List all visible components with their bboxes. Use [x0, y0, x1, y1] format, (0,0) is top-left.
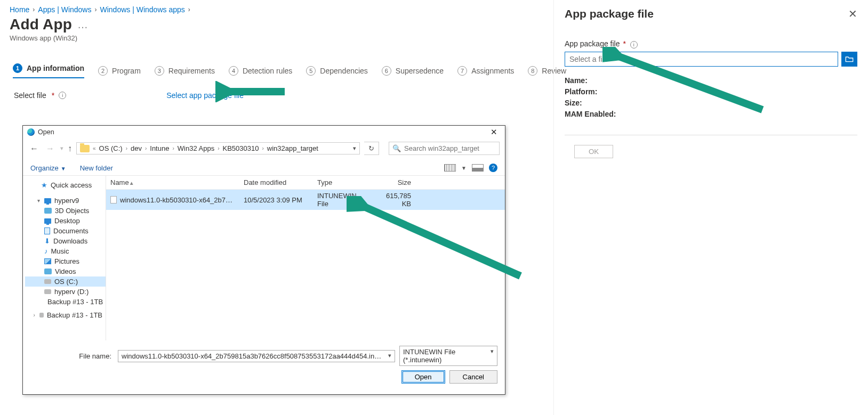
step-number: 8 [528, 66, 537, 76]
file-date: 10/5/2023 3:09 PM [239, 194, 313, 206]
file-open-dialog: Open ✕ ← → ▾ ↑ « OS (C:)› dev› Intune› W… [22, 125, 505, 395]
filetype-filter[interactable]: INTUNEWIN File (*.intunewin) [399, 346, 497, 366]
path-seg[interactable]: KB5030310 [223, 144, 259, 152]
step-program[interactable]: 2Program [98, 66, 141, 76]
file-type: INTUNEWIN File [313, 190, 372, 210]
step-label: Requirements [168, 67, 215, 75]
step-number: 7 [457, 66, 467, 76]
tree-downloads[interactable]: ⬇Downloads [25, 236, 106, 246]
col-size[interactable]: Size [372, 176, 415, 189]
address-bar[interactable]: « OS (C:)› dev› Intune› Win32 Apps› KB50… [76, 142, 360, 154]
address-dropdown[interactable]: ▾ [353, 145, 356, 152]
step-supersedence[interactable]: 6Supersedence [382, 66, 444, 76]
file-size: 615,785 KB [372, 190, 415, 210]
edge-icon [27, 128, 35, 136]
divider [565, 135, 857, 135]
ok-button[interactable]: OK [574, 145, 613, 158]
more-options-button[interactable]: … [77, 19, 88, 31]
search-icon: 🔍 [392, 144, 401, 152]
package-file-label: App package file [565, 39, 620, 48]
search-box[interactable]: 🔍 [389, 142, 500, 155]
step-app-information[interactable]: 1 App information [13, 63, 84, 78]
step-label: Dependencies [320, 67, 368, 75]
tree-backup-1[interactable]: Backup #13 - 1TB [25, 297, 106, 307]
close-panel-button[interactable]: ✕ [848, 7, 857, 20]
step-assignments[interactable]: 7Assignments [457, 66, 514, 76]
tree-backup-2[interactable]: ›Backup #13 - 1TB [25, 310, 106, 320]
step-detection-rules[interactable]: 4Detection rules [229, 66, 292, 76]
bc-home[interactable]: Home [10, 5, 29, 14]
browse-file-button[interactable] [841, 52, 857, 67]
step-number: 4 [229, 66, 238, 76]
col-name[interactable]: Name▲ [106, 176, 239, 189]
tree-quick-access[interactable]: ★Quick access [25, 180, 106, 190]
meta-name-label: Name: [565, 76, 588, 85]
path-seg[interactable]: dev [131, 144, 142, 152]
step-label: App information [27, 64, 84, 72]
col-type[interactable]: Type [313, 176, 372, 189]
view-details-icon[interactable] [472, 164, 484, 172]
meta-platform-label: Platform: [565, 87, 597, 96]
required-icon: * [623, 39, 625, 48]
col-date[interactable]: Date modified [239, 176, 313, 189]
step-number: 6 [382, 66, 391, 76]
step-dependencies[interactable]: 5Dependencies [306, 66, 368, 76]
dialog-title: Open [38, 128, 54, 136]
select-file-label: Select file [14, 91, 46, 100]
file-row[interactable]: windows11.0-kb5030310-x64_2b759815a3... … [106, 190, 505, 210]
meta-mam-label: MAM Enabled: [565, 110, 616, 118]
select-app-package-link[interactable]: Select app package file [166, 91, 244, 100]
tree-music[interactable]: ♪Music [25, 246, 106, 256]
new-folder-button[interactable]: New folder [80, 164, 113, 172]
path-seg[interactable]: win32app_target [267, 144, 318, 152]
file-name: windows11.0-kb5030310-x64_2b759815a3... [120, 196, 239, 204]
organize-menu[interactable]: Organize▼ [30, 164, 66, 172]
bc-windows[interactable]: Windows | Windows apps [100, 5, 184, 14]
step-label: Assignments [471, 67, 514, 75]
step-number: 2 [98, 66, 108, 76]
tree-documents[interactable]: Documents [25, 226, 106, 236]
info-icon[interactable]: i [630, 41, 638, 48]
folder-open-icon [845, 55, 854, 63]
path-seg[interactable]: Win32 Apps [178, 144, 214, 152]
path-seg[interactable]: Intune [150, 144, 169, 152]
meta-size-label: Size: [565, 99, 582, 107]
package-file-input[interactable] [565, 52, 838, 67]
chevron-right-icon: › [33, 6, 35, 13]
step-label: Detection rules [243, 67, 292, 75]
required-icon: * [52, 91, 54, 100]
sort-asc-icon: ▲ [129, 180, 134, 186]
page-title: Add App [10, 16, 72, 33]
refresh-button[interactable]: ↻ [364, 142, 379, 155]
file-icon [110, 196, 117, 204]
step-label: Supersedence [396, 67, 444, 75]
tree-videos[interactable]: Videos [25, 266, 106, 276]
info-icon[interactable]: i [59, 92, 66, 99]
app-package-panel: App package file ✕ App package file * i … [553, 0, 868, 415]
file-columns: Name▲ Date modified Type Size [106, 176, 505, 190]
open-button[interactable]: Open [401, 370, 445, 384]
chevron-right-icon: › [94, 6, 97, 13]
nav-back-button[interactable]: ← [28, 144, 40, 153]
nav-up-button[interactable]: ↑ [68, 144, 72, 153]
tree-hyperv-d[interactable]: hyperv (D:) [25, 287, 106, 297]
step-requirements[interactable]: 3Requirements [155, 66, 215, 76]
nav-forward-button[interactable]: → [44, 144, 56, 153]
tree-host[interactable]: ▾hyperv9 [25, 196, 106, 206]
tree-3d-objects[interactable]: 3D Objects [25, 206, 106, 216]
dialog-close-button[interactable]: ✕ [487, 127, 501, 137]
search-input[interactable] [404, 144, 496, 152]
tree-pictures[interactable]: Pictures [25, 256, 106, 266]
tree-os-c[interactable]: OS (C:) [25, 276, 106, 287]
view-list-icon[interactable] [444, 164, 456, 172]
step-number: 3 [155, 66, 164, 76]
bc-apps[interactable]: Apps | Windows [38, 5, 91, 14]
cancel-button[interactable]: Cancel [449, 370, 497, 384]
chevron-right-icon: › [188, 6, 190, 13]
path-seg-host[interactable]: OS (C:) [99, 144, 123, 152]
tree-desktop[interactable]: Desktop [25, 216, 106, 226]
step-number: 1 [13, 63, 22, 73]
help-icon[interactable]: ? [489, 164, 497, 172]
filename-combo[interactable]: windows11.0-kb5030310-x64_2b759815a3b762… [118, 350, 395, 362]
folder-tree: ★Quick access ▾hyperv9 3D Objects Deskto… [23, 176, 106, 340]
